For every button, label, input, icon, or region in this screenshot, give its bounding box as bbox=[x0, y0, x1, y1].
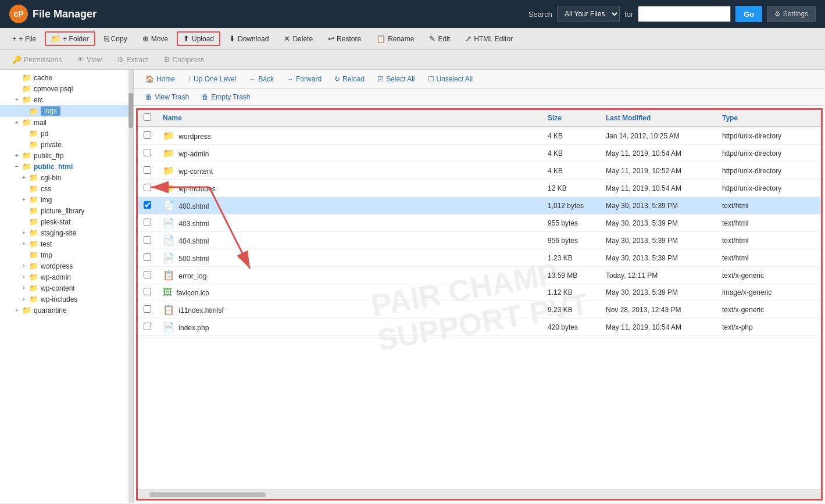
tree-item-cache[interactable]: 📁 cache bbox=[0, 72, 133, 83]
tree-item-quarantine[interactable]: + 📁 quarantine bbox=[0, 305, 133, 316]
table-row[interactable]: 🖼 favicon.ico 1.12 KB May 30, 2013, 5:39… bbox=[138, 284, 821, 301]
copy-icon: ⎘ bbox=[104, 34, 109, 43]
tree-item-picture-library[interactable]: 📁 picture_library bbox=[0, 205, 133, 216]
up-one-level-button[interactable]: ↑ Up One Level bbox=[182, 73, 242, 85]
row-checkbox[interactable] bbox=[144, 288, 151, 295]
tree-item-css[interactable]: 📁 css bbox=[0, 183, 133, 194]
col-modified-header[interactable]: Last Modified bbox=[600, 110, 716, 127]
html-editor-button[interactable]: ↗ HTML Editor bbox=[459, 31, 519, 46]
edit-icon: ✎ bbox=[429, 34, 435, 43]
horizontal-scrollbar[interactable] bbox=[138, 489, 821, 499]
tree-item-public-html[interactable]: − 📁 public_html bbox=[0, 161, 133, 172]
new-folder-icon: 📁 bbox=[51, 34, 60, 43]
empty-trash-button[interactable]: 🗑 Empty Trash bbox=[196, 91, 256, 103]
restore-button[interactable]: ↩ Restore bbox=[322, 31, 367, 46]
reload-button[interactable]: ↻ Reload bbox=[328, 73, 370, 85]
tree-item-mail[interactable]: + 📁 mail bbox=[0, 117, 133, 128]
table-row[interactable]: 📄 400.shtml 1,012 bytes May 30, 2013, 5:… bbox=[138, 197, 821, 215]
upload-button[interactable]: ⬆ Upload bbox=[177, 31, 220, 46]
unselect-all-button[interactable]: ☐ Unselect All bbox=[422, 73, 479, 85]
row-checkbox[interactable] bbox=[144, 253, 151, 261]
move-button[interactable]: ⊕ Move bbox=[136, 31, 174, 46]
row-name: 📄 400.shtml bbox=[157, 197, 542, 215]
row-type: text/x-generic bbox=[716, 267, 821, 284]
select-all-checkbox[interactable] bbox=[144, 113, 151, 121]
forward-button[interactable]: → Forward bbox=[281, 73, 327, 85]
tree-item-private[interactable]: 📁 private bbox=[0, 139, 133, 150]
view-button[interactable]: 👁 View bbox=[70, 52, 108, 67]
row-checkbox[interactable] bbox=[144, 201, 151, 209]
tree-item-etc[interactable]: + 📁 etc bbox=[0, 94, 133, 105]
settings-button[interactable]: ⚙ Settings bbox=[767, 6, 816, 22]
tree-item-plesk-stat[interactable]: 📁 plesk-stat bbox=[0, 216, 133, 227]
table-row[interactable]: 📁 wp-admin 4 KB May 11, 2019, 10:54 AM h… bbox=[138, 145, 821, 162]
extract-button[interactable]: ⚙ Extract bbox=[110, 52, 154, 67]
table-row[interactable]: 📄 404.shtml 956 bytes May 30, 2013, 5:39… bbox=[138, 232, 821, 249]
row-size: 13.59 MB bbox=[542, 267, 600, 284]
col-name-header[interactable]: Name bbox=[157, 110, 542, 127]
file-table-wrapper[interactable]: Name Size Last Modified Type 📁 wordpress… bbox=[138, 110, 821, 489]
tree-item-img[interactable]: + 📁 img bbox=[0, 194, 133, 205]
table-row[interactable]: 📄 500.shtml 1.23 KB May 30, 2013, 5:39 P… bbox=[138, 249, 821, 267]
permissions-button[interactable]: 🔑 Permissions bbox=[6, 52, 68, 67]
tree-item-test[interactable]: + 📁 test bbox=[0, 238, 133, 249]
col-type-header[interactable]: Type bbox=[716, 110, 821, 127]
tree-item-logs[interactable]: 📁 logs bbox=[0, 105, 133, 117]
tree-item-public-ftp[interactable]: + 📁 public_ftp bbox=[0, 150, 133, 161]
select-all-button[interactable]: ☑ Select All bbox=[372, 73, 420, 85]
row-checkbox-cell bbox=[138, 267, 157, 284]
table-row[interactable]: 📄 index.php 420 bytes May 11, 2019, 10:5… bbox=[138, 319, 821, 336]
row-type: httpd/unix-directory bbox=[716, 145, 821, 162]
search-scope-select[interactable]: All Your Files bbox=[557, 6, 620, 22]
tree-item-staging-site[interactable]: + 📁 staging-site bbox=[0, 227, 133, 238]
sidebar-scrollbar-thumb[interactable] bbox=[128, 93, 133, 128]
file-type-icon: 📁 bbox=[163, 183, 174, 193]
table-row[interactable]: 📁 wp-includes 12 KB May 11, 2019, 10:54 … bbox=[138, 180, 821, 197]
copy-button[interactable]: ⎘ Copy bbox=[98, 31, 134, 46]
view-trash-button[interactable]: 🗑 View Trash bbox=[140, 91, 195, 103]
table-row[interactable]: 📁 wordpress 4 KB Jan 14, 2012, 10:25 AM … bbox=[138, 127, 821, 145]
row-modified: May 11, 2019, 10:54 AM bbox=[600, 145, 716, 162]
row-checkbox[interactable] bbox=[144, 219, 151, 226]
row-checkbox[interactable] bbox=[144, 305, 151, 313]
row-type: httpd/unix-directory bbox=[716, 180, 821, 197]
back-button[interactable]: ← Back bbox=[243, 73, 280, 85]
home-button[interactable]: 🏠 Home bbox=[140, 73, 181, 85]
row-checkbox[interactable] bbox=[144, 323, 151, 330]
row-name: 📁 wp-admin bbox=[157, 145, 542, 162]
tree-item-wp-includes[interactable]: + 📁 wp-includes bbox=[0, 294, 133, 305]
row-checkbox[interactable] bbox=[144, 271, 151, 278]
tree-item-wp-content[interactable]: + 📁 wp-content bbox=[0, 283, 133, 294]
compress-button[interactable]: ⚙ Compress bbox=[157, 52, 211, 67]
search-input[interactable] bbox=[638, 6, 731, 22]
table-row[interactable]: 📋 error_log 13.59 MB Today, 12:11 PM tex… bbox=[138, 267, 821, 284]
row-name: 📁 wordpress bbox=[157, 127, 542, 145]
row-checkbox[interactable] bbox=[144, 131, 151, 139]
new-file-button[interactable]: + + File bbox=[6, 31, 42, 46]
delete-button[interactable]: ✕ Delete bbox=[277, 31, 319, 46]
row-checkbox[interactable] bbox=[144, 184, 151, 191]
tree-item-cpmove[interactable]: 📁 cpmove.psql bbox=[0, 83, 133, 94]
row-type: text/x-php bbox=[716, 319, 821, 336]
row-checkbox[interactable] bbox=[144, 149, 151, 156]
table-row[interactable]: 📄 403.shtml 955 bytes May 30, 2013, 5:39… bbox=[138, 215, 821, 232]
tree-item-tmp[interactable]: 📁 tmp bbox=[0, 249, 133, 260]
col-size-header[interactable]: Size bbox=[542, 110, 600, 127]
edit-button[interactable]: ✎ Edit bbox=[423, 31, 456, 46]
horizontal-scrollbar-thumb[interactable] bbox=[149, 492, 266, 497]
row-checkbox[interactable] bbox=[144, 166, 151, 174]
sidebar-scrollbar[interactable] bbox=[128, 70, 133, 503]
tree-item-wordpress[interactable]: + 📁 wordpress bbox=[0, 260, 133, 271]
new-folder-button[interactable]: 📁 + Folder bbox=[45, 31, 95, 46]
download-button[interactable]: ⬇ Download bbox=[223, 31, 275, 46]
tree-item-cgi-bin[interactable]: + 📁 cgi-bin bbox=[0, 172, 133, 183]
row-checkbox[interactable] bbox=[144, 236, 151, 244]
table-row[interactable]: 📋 i11ndex.htmlsf 9.23 KB Nov 28, 2013, 1… bbox=[138, 301, 821, 319]
table-row[interactable]: 📁 wp-content 4 KB May 11, 2019, 10:52 AM… bbox=[138, 162, 821, 180]
rename-button[interactable]: 📋 Rename bbox=[370, 31, 420, 46]
tree-item-wp-admin[interactable]: + 📁 wp-admin bbox=[0, 271, 133, 283]
file-name: favicon.ico bbox=[176, 289, 209, 297]
go-button[interactable]: Go bbox=[735, 6, 762, 22]
row-size: 1.23 KB bbox=[542, 249, 600, 267]
tree-item-pd[interactable]: 📁 pd bbox=[0, 128, 133, 139]
